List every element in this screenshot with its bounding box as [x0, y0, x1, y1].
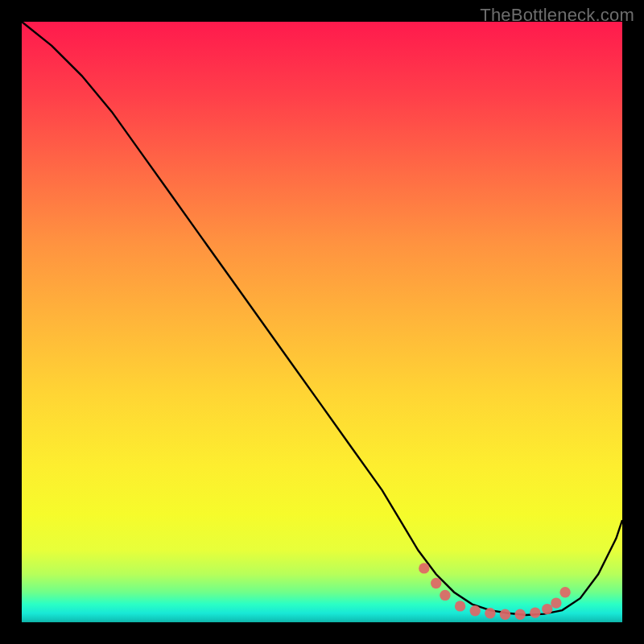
watermark-text: TheBottleneck.com	[480, 5, 634, 26]
optimal-marker	[559, 587, 570, 597]
optimal-marker	[431, 578, 441, 588]
plot-area	[22, 22, 622, 622]
chart-svg	[22, 22, 622, 622]
optimal-marker	[551, 597, 561, 608]
optimal-marker	[515, 609, 526, 620]
optimal-marker	[542, 604, 552, 614]
optimal-marker	[419, 563, 429, 573]
optimal-marker	[500, 609, 510, 620]
optimal-marker	[455, 601, 465, 611]
optimal-marker	[485, 608, 495, 618]
bottleneck-curve	[22, 22, 622, 615]
chart-frame: TheBottleneck.com	[0, 0, 644, 644]
optimal-marker	[530, 607, 540, 617]
optimal-zone-markers	[419, 563, 571, 620]
optimal-marker	[440, 590, 450, 601]
optimal-marker	[470, 605, 481, 616]
